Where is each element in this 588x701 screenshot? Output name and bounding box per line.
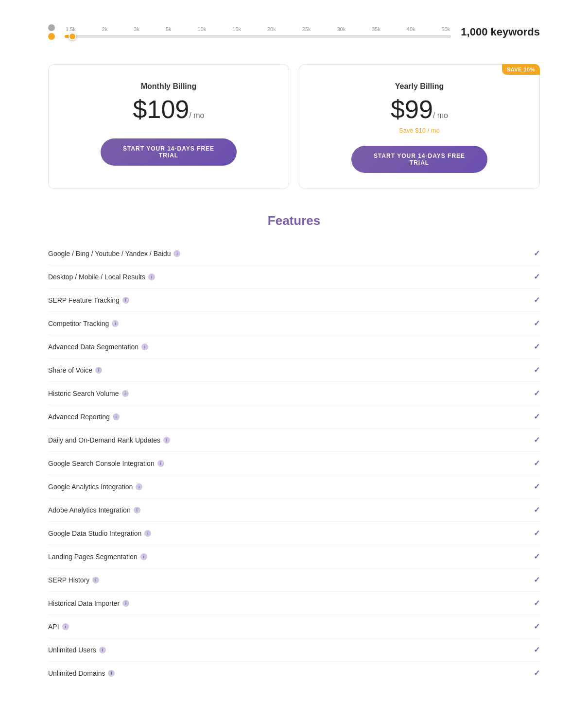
checkmark-icon: ✓ — [534, 412, 540, 421]
feature-name: SERP Feature Tracking — [48, 296, 120, 304]
feature-row: SERP Feature Trackingi✓ — [48, 289, 540, 312]
dot-orange-icon — [48, 33, 55, 40]
yearly-trial-button[interactable]: START YOUR 14-DAYS FREE TRIAL — [351, 146, 487, 173]
yearly-price-per: / mo — [433, 111, 448, 120]
feature-name: Advanced Reporting — [48, 413, 110, 421]
label-15k: 15k — [232, 26, 241, 32]
checkmark-icon: ✓ — [534, 296, 540, 304]
feature-check: ✓ — [534, 482, 540, 491]
feature-left: Google Search Console Integrationi — [48, 460, 164, 467]
checkmark-icon: ✓ — [534, 273, 540, 281]
feature-check: ✓ — [534, 622, 540, 631]
feature-name: Desktop / Mobile / Local Results — [48, 273, 145, 281]
feature-left: Daily and On-Demand Rank Updatesi — [48, 436, 170, 444]
slider-icons — [48, 24, 55, 40]
info-icon[interactable]: i — [122, 600, 129, 607]
checkmark-icon: ✓ — [534, 669, 540, 677]
info-icon[interactable]: i — [122, 390, 129, 397]
info-icon[interactable]: i — [163, 437, 170, 444]
feature-name: Unlimited Users — [48, 646, 96, 654]
feature-row: Landing Pages Segmentationi✓ — [48, 545, 540, 568]
slider-track[interactable] — [65, 35, 451, 38]
feature-row: Historical Data Importeri✓ — [48, 592, 540, 615]
feature-left: SERP Historyi — [48, 576, 99, 584]
checkmark-icon: ✓ — [534, 576, 540, 584]
checkmark-icon: ✓ — [534, 459, 540, 467]
info-icon[interactable]: i — [112, 320, 119, 327]
info-icon[interactable]: i — [113, 413, 120, 420]
feature-name: Adobe Analytics Integration — [48, 506, 131, 514]
feature-name: Google Analytics Integration — [48, 483, 133, 491]
keywords-label: 1,000 keywords — [461, 26, 540, 38]
feature-left: Historic Search Volumei — [48, 390, 129, 397]
feature-left: Google Analytics Integrationi — [48, 483, 142, 491]
label-35k: 35k — [372, 26, 380, 32]
feature-left: Google / Bing / Youtube / Yandex / Baidu… — [48, 250, 180, 257]
info-icon[interactable]: i — [92, 577, 99, 583]
feature-check: ✓ — [534, 342, 540, 351]
feature-row: Unlimited Domainsi✓ — [48, 662, 540, 684]
info-icon[interactable]: i — [157, 460, 164, 467]
feature-check: ✓ — [534, 529, 540, 538]
feature-check: ✓ — [534, 295, 540, 305]
feature-check: ✓ — [534, 505, 540, 514]
info-icon[interactable]: i — [108, 670, 115, 677]
label-50k: 50k — [442, 26, 450, 32]
feature-check: ✓ — [534, 389, 540, 398]
feature-name: API — [48, 623, 59, 631]
info-icon[interactable]: i — [148, 274, 155, 280]
checkmark-icon: ✓ — [534, 552, 540, 561]
feature-name: Google Data Studio Integration — [48, 530, 141, 537]
feature-row: Google Search Console Integrationi✓ — [48, 452, 540, 475]
feature-row: Advanced Data Segmentationi✓ — [48, 335, 540, 359]
info-icon[interactable]: i — [136, 483, 142, 490]
slider-labels: 1.5k 2k 3k 5k 10k 15k 20k 25k 30k 35k 40… — [65, 26, 451, 32]
info-icon[interactable]: i — [95, 367, 102, 374]
info-icon[interactable]: i — [141, 343, 148, 350]
feature-name: Unlimited Domains — [48, 669, 105, 677]
monthly-trial-button[interactable]: START YOUR 14-DAYS FREE TRIAL — [101, 138, 237, 166]
feature-name: Daily and On-Demand Rank Updates — [48, 436, 160, 444]
feature-check: ✓ — [534, 645, 540, 654]
checkmark-icon: ✓ — [534, 249, 540, 257]
slider-container[interactable]: 1.5k 2k 3k 5k 10k 15k 20k 25k 30k 35k 40… — [65, 26, 451, 38]
checkmark-icon: ✓ — [534, 482, 540, 491]
feature-left: Advanced Reportingi — [48, 413, 120, 421]
info-icon[interactable]: i — [122, 297, 129, 304]
info-icon[interactable]: i — [140, 553, 147, 560]
feature-check: ✓ — [534, 272, 540, 281]
checkmark-icon: ✓ — [534, 342, 540, 351]
feature-row: Google Analytics Integrationi✓ — [48, 475, 540, 498]
monthly-price-amount: $109 — [133, 95, 190, 123]
feature-row: Competitor Trackingi✓ — [48, 312, 540, 335]
checkmark-icon: ✓ — [534, 366, 540, 374]
yearly-price-amount: $99 — [391, 95, 433, 123]
yearly-save-text: Save $10 / mo — [399, 127, 440, 134]
info-icon[interactable]: i — [99, 647, 106, 653]
feature-row: Historic Search Volumei✓ — [48, 382, 540, 405]
feature-check: ✓ — [534, 598, 540, 608]
save-badge: SAVE 10% — [502, 64, 540, 75]
info-icon[interactable]: i — [62, 623, 69, 630]
feature-left: Google Data Studio Integrationi — [48, 530, 151, 537]
slider-section: 1.5k 2k 3k 5k 10k 15k 20k 25k 30k 35k 40… — [48, 19, 540, 45]
feature-name: Landing Pages Segmentation — [48, 553, 138, 561]
feature-left: Unlimited Domainsi — [48, 669, 115, 677]
info-icon[interactable]: i — [134, 507, 140, 513]
checkmark-icon: ✓ — [534, 646, 540, 654]
feature-check: ✓ — [534, 668, 540, 678]
info-icon[interactable]: i — [144, 530, 151, 537]
monthly-billing-card: Monthly Billing $109/ mo START YOUR 14-D… — [48, 64, 289, 189]
monthly-price-per: / mo — [189, 111, 204, 120]
info-icon[interactable]: i — [173, 250, 180, 257]
checkmark-icon: ✓ — [534, 622, 540, 631]
yearly-billing-price: $99/ mo — [391, 97, 448, 122]
slider-thumb[interactable] — [69, 33, 76, 40]
feature-row: APIi✓ — [48, 615, 540, 638]
feature-left: APIi — [48, 623, 69, 631]
feature-check: ✓ — [534, 249, 540, 258]
checkmark-icon: ✓ — [534, 529, 540, 537]
label-1-5k: 1.5k — [66, 26, 76, 32]
checkmark-icon: ✓ — [534, 389, 540, 397]
feature-left: Adobe Analytics Integrationi — [48, 506, 140, 514]
